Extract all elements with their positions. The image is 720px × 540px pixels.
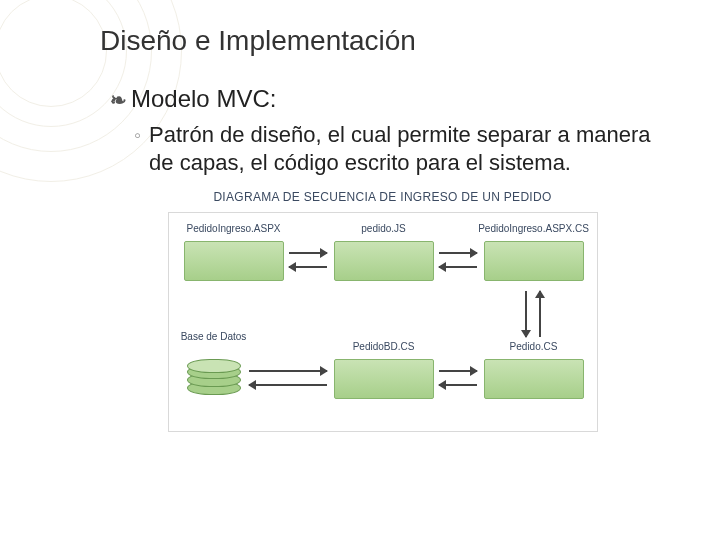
slide-content: Diseño e Implementación ❧ Modelo MVC: ◦ … xyxy=(0,0,720,442)
node-label-db: Base de Datos xyxy=(181,331,247,342)
node-label-js: pedido.JS xyxy=(361,223,405,234)
diagram-canvas: PedidoIngreso.ASPX pedido.JS PedidoIngre… xyxy=(168,212,598,432)
node-box-pedidobd xyxy=(334,359,434,399)
diagram-title: DIAGRAMA DE SECUENCIA DE INGRESO DE UN P… xyxy=(168,190,598,204)
node-box-aspx xyxy=(184,241,284,281)
circle-bullet-icon: ◦ xyxy=(134,123,141,148)
bullet-text: Modelo MVC: xyxy=(131,85,276,113)
node-box-pedidocs xyxy=(484,359,584,399)
scribble-bullet-icon: ❧ xyxy=(110,88,127,112)
node-label-pedidocs: Pedido.CS xyxy=(510,341,558,352)
arrows-aspxcs-pedidocs xyxy=(519,291,549,337)
bullet-level-2: ◦ Patrón de diseño, el cual permite sepa… xyxy=(134,121,665,176)
node-box-aspx-cs xyxy=(484,241,584,281)
sequence-diagram: DIAGRAMA DE SECUENCIA DE INGRESO DE UN P… xyxy=(168,190,598,432)
slide-title: Diseño e Implementación xyxy=(100,25,665,57)
arrows-db-pedidobd xyxy=(249,364,327,394)
sub-bullet-text: Patrón de diseño, el cual permite separa… xyxy=(149,121,665,176)
node-label-pedidobd: PedidoBD.CS xyxy=(353,341,415,352)
database-icon xyxy=(187,361,241,397)
bullet-level-1: ❧ Modelo MVC: xyxy=(110,85,665,113)
arrows-pedidobd-pedidocs xyxy=(439,364,477,394)
arrows-js-aspxcs xyxy=(439,246,477,276)
node-label-aspx-cs: PedidoIngreso.ASPX.CS xyxy=(478,223,589,234)
node-label-aspx: PedidoIngreso.ASPX xyxy=(187,223,281,234)
arrows-aspx-js xyxy=(289,246,327,276)
node-box-js xyxy=(334,241,434,281)
